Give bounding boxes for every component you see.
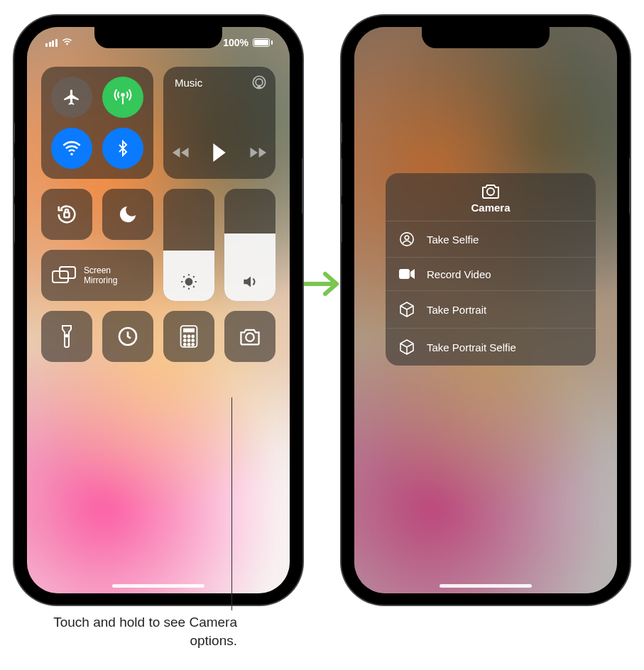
calculator-icon (180, 325, 198, 348)
screen: 100% (27, 27, 290, 593)
menu-item-label: Take Selfie (427, 234, 479, 246)
menu-item-record-video[interactable]: Record Video (386, 258, 596, 291)
calculator-button[interactable] (163, 311, 214, 362)
menu-item-take-portrait-selfie[interactable]: Take Portrait Selfie (386, 329, 596, 366)
previous-track-button[interactable] (171, 142, 192, 163)
airplay-icon[interactable] (250, 74, 268, 92)
now-playing-title: Music (175, 77, 202, 89)
svg-point-15 (184, 339, 186, 341)
svg-point-16 (188, 339, 190, 341)
battery-percent: 100% (223, 37, 249, 48)
screen: Camera Take Selfie Record Video (354, 27, 617, 593)
volume-up-button (342, 158, 342, 197)
wifi-status-icon (62, 37, 72, 48)
volume-down-button (342, 204, 342, 243)
speaker-icon (241, 273, 259, 291)
battery-icon (253, 38, 273, 47)
menu-item-take-portrait[interactable]: Take Portrait (386, 291, 596, 329)
airplane-icon (62, 88, 81, 106)
callout-line (231, 397, 232, 610)
camera-icon (481, 183, 501, 199)
svg-point-5 (186, 279, 192, 285)
svg-rect-25 (399, 269, 410, 279)
wifi-toggle[interactable] (51, 128, 92, 169)
timer-button[interactable] (102, 311, 153, 362)
home-indicator[interactable] (112, 584, 204, 588)
menu-item-label: Record Video (427, 268, 491, 280)
volume-up-button (14, 158, 15, 197)
side-button (629, 158, 630, 214)
video-icon (398, 268, 415, 280)
moon-icon (117, 204, 138, 225)
menu-header: Camera (386, 173, 596, 221)
person-circle-icon (398, 231, 415, 247)
silent-switch (14, 122, 15, 143)
notch (422, 27, 550, 48)
sun-icon (180, 273, 198, 291)
camera-button[interactable] (224, 311, 275, 362)
flashlight-icon (60, 324, 74, 348)
screen-mirroring-label: Screen Mirroring (84, 265, 117, 286)
wifi-icon (62, 138, 82, 158)
screen-mirroring-button[interactable]: Screen Mirroring (41, 250, 153, 301)
figure: 100% (0, 0, 644, 670)
notch (94, 27, 222, 48)
svg-point-14 (192, 336, 194, 338)
svg-point-22 (487, 188, 494, 195)
svg-point-17 (192, 339, 194, 341)
svg-rect-11 (183, 329, 195, 333)
bluetooth-icon (114, 140, 131, 157)
silent-switch (342, 122, 342, 143)
svg-point-18 (184, 344, 186, 346)
volume-slider[interactable] (224, 189, 275, 301)
caption-text: Touch and hold to see Camera options. (53, 613, 237, 649)
svg-point-12 (184, 336, 186, 338)
svg-point-19 (188, 344, 190, 346)
svg-point-21 (246, 333, 253, 341)
phone-camera-menu: Camera Take Selfie Record Video (342, 16, 630, 605)
menu-item-label: Take Portrait (427, 304, 486, 316)
bluetooth-toggle[interactable] (102, 128, 143, 169)
now-playing-module[interactable]: Music (163, 67, 275, 179)
phone-control-center: 100% (14, 16, 302, 605)
play-button[interactable] (209, 142, 230, 163)
menu-item-take-selfie[interactable]: Take Selfie (386, 221, 596, 258)
brightness-slider[interactable] (163, 189, 214, 301)
svg-point-8 (66, 335, 68, 337)
cube-icon (398, 301, 415, 318)
svg-point-20 (192, 344, 194, 346)
arrow-icon (304, 270, 342, 301)
antenna-icon (114, 88, 132, 106)
airplane-mode-toggle[interactable] (51, 77, 92, 118)
rotation-lock-icon (55, 202, 79, 226)
home-indicator[interactable] (440, 584, 532, 588)
flashlight-button[interactable] (41, 311, 92, 362)
cellular-signal-icon (45, 39, 58, 47)
cellular-data-toggle[interactable] (102, 77, 143, 118)
screen-mirror-icon (51, 265, 77, 285)
volume-down-button (14, 204, 15, 243)
do-not-disturb-toggle[interactable] (102, 189, 153, 240)
svg-point-13 (188, 336, 190, 338)
svg-point-1 (70, 153, 73, 155)
timer-icon (116, 325, 139, 348)
menu-item-label: Take Portrait Selfie (427, 341, 516, 353)
menu-title: Camera (471, 202, 510, 214)
next-track-button[interactable] (246, 142, 268, 163)
camera-icon (239, 327, 261, 346)
connectivity-module[interactable] (41, 67, 153, 179)
cube-icon (398, 339, 415, 356)
svg-point-0 (121, 94, 124, 96)
side-button (302, 158, 302, 214)
svg-rect-4 (64, 212, 69, 217)
svg-point-24 (405, 236, 409, 240)
orientation-lock-toggle[interactable] (41, 189, 92, 240)
camera-quick-actions-menu: Camera Take Selfie Record Video (386, 173, 596, 366)
